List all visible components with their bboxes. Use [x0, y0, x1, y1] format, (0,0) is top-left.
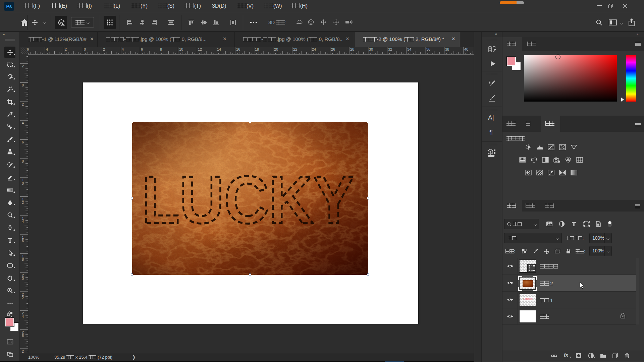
svg-text:LUCKY: LUCKY	[142, 162, 354, 237]
